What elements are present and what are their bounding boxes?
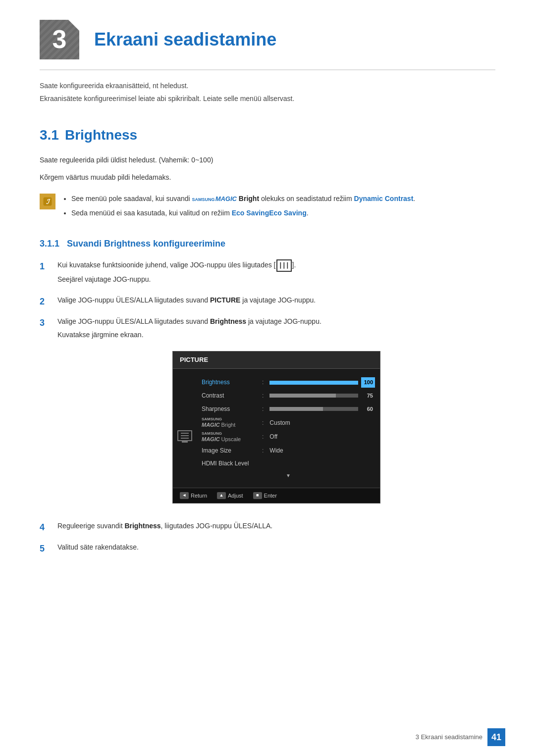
osd-bar-brightness: 100 (269, 377, 375, 388)
osd-row-sharpness: Sharpness : 60 (197, 403, 380, 416)
step-4-text: Reguleerige suvandit Brightness, liiguta… (57, 520, 495, 532)
subsection-311-title: 3.1.1 Suvandi Brightness konfigureerimin… (40, 237, 495, 251)
chapter-desc-2: Ekraanisätete konfigureerimisel leiate a… (40, 93, 495, 104)
osd-row-brightness: Brightness : 100 (197, 376, 380, 389)
note2-eco-saving: Eco Saving (232, 209, 269, 217)
osd-label-contrast: Contrast (202, 391, 256, 401)
note-bullets: See menüü pole saadaval, kui suvandi SAM… (62, 193, 415, 221)
note-icon: ℐ (40, 194, 55, 209)
footer-chapter-ref: 3 Ekraani seadistamine (416, 732, 482, 743)
step-4: 4 Reguleerige suvandit Brightness, liigu… (40, 520, 495, 535)
note-bullet-1: See menüü pole saadaval, kui suvandi SAM… (71, 193, 415, 205)
osd-footer-adjust-label: Adjust (228, 491, 243, 501)
section-31-body1: Saate reguleerida pildi üldist heledust.… (40, 154, 495, 166)
step-2-text: Valige JOG-nuppu ÜLES/ALLA liigutades su… (57, 295, 495, 306)
step-5-text: Valitud säte rakendatakse. (57, 542, 495, 554)
step1-text2: ]. (292, 261, 296, 269)
step2-post: ja vajutage JOG-nuppu. (240, 296, 316, 304)
osd-body: Brightness : 100 (173, 369, 380, 487)
step-5-number: 5 (40, 542, 52, 556)
step-3: 3 Valige JOG-nuppu ÜLES/ALLA liigutades … (40, 316, 495, 514)
chapter-title-block: Ekraani seadistamine (94, 25, 276, 54)
step1-text1: Kui kuvatakse funktsioonide juhend, vali… (57, 261, 276, 269)
note2-start: Seda menüüd ei saa kasutada, kui valitud… (71, 209, 230, 217)
jog-icon: ┃┃┃ (276, 259, 292, 272)
osd-footer-enter-label: Enter (264, 491, 277, 501)
step3-pre: Valige JOG-nuppu ÜLES/ALLA liigutades su… (57, 317, 210, 325)
osd-row-hdmi: HDMI Black Level (197, 457, 380, 470)
step2-picture: PICTURE (210, 296, 240, 304)
step2-pre: Valige JOG-nuppu ÜLES/ALLA liigutades su… (57, 296, 210, 304)
osd-footer: ◄ Return ▲ Adjust ■ Enter (173, 488, 380, 504)
section-31-number: 3.1 (40, 124, 59, 147)
osd-footer-enter: ■ Enter (253, 491, 277, 501)
chapter-title: Ekraani seadistamine (94, 25, 276, 54)
step4-brightness: Brightness (124, 522, 160, 530)
osd-label-sharpness: Sharpness (202, 404, 256, 414)
note-box: ℐ See menüü pole saadaval, kui suvandi S… (40, 193, 495, 221)
step3-brightness: Brightness (210, 317, 246, 325)
step-5: 5 Valitud säte rakendatakse. (40, 542, 495, 556)
subsection-311-number: 3.1.1 (40, 239, 59, 249)
step3-sub: Kuvatakse järgmine ekraan. (57, 329, 495, 341)
osd-row-magic-upscale: SAMSUNG MAGIC Upscale : Off (197, 430, 380, 444)
step-1: 1 Kui kuvatakse funktsioonide juhend, va… (40, 259, 495, 287)
chapter-header: 3 Ekraani seadistamine (40, 20, 495, 70)
osd-value-sharpness: 60 (361, 404, 375, 414)
chapter-number-box: 3 (40, 20, 79, 59)
step-2: 2 Valige JOG-nuppu ÜLES/ALLA liigutades … (40, 295, 495, 309)
osd-menu: Brightness : 100 (197, 374, 380, 482)
osd-bar-sharpness: 60 (269, 404, 375, 414)
osd-footer-adjust: ▲ Adjust (217, 491, 243, 501)
step-3-text: Valige JOG-nuppu ÜLES/ALLA liigutades su… (57, 316, 495, 514)
osd-footer-return: ◄ Return (180, 491, 207, 501)
osd-label-magic-upscale: SAMSUNG MAGIC Upscale (202, 431, 256, 443)
osd-screenshot: PICTURE (172, 351, 380, 504)
step3-post: ja vajutage JOG-nuppu. (246, 317, 321, 325)
osd-monitor-icon (173, 374, 197, 482)
osd-row-image-size: Image Size : Wide (197, 444, 380, 457)
osd-title: PICTURE (173, 352, 380, 369)
osd-bar-contrast: 75 (269, 391, 375, 401)
osd-value-contrast: 75 (361, 391, 375, 401)
section-31-body2: Kõrgem väärtus muudab pildi heledamaks. (40, 172, 495, 184)
osd-label-hdmi: HDMI Black Level (202, 458, 256, 468)
chapter-number: 3 (53, 20, 67, 59)
step-1-number: 1 (40, 259, 52, 274)
step4-post: , liigutades JOG-nuppu ÜLES/ALLA. (161, 522, 273, 530)
adjust-icon: ▲ (217, 492, 226, 499)
osd-value-magic-upscale: Off (269, 432, 277, 442)
note1-text-start: See menüü pole saadaval, kui suvandi (71, 195, 190, 202)
step-1-text: Kui kuvatakse funktsioonide juhend, vali… (57, 259, 495, 287)
page-container: 3 Ekraani seadistamine Saate konfigureer… (0, 0, 535, 756)
chapter-desc-1: Saate konfigureerida ekraanisätteid, nt … (40, 80, 495, 91)
samsung-magic-brand: SAMSUNGMAGIC (192, 193, 237, 204)
osd-label-magic-bright: SAMSUNG MAGIC Bright (202, 417, 256, 428)
note1-mid: olekuks on seadistatud režiim (261, 195, 352, 202)
osd-value-brightness: 100 (361, 377, 375, 388)
osd-value-magic-bright: Custom (269, 418, 290, 428)
enter-icon: ■ (253, 492, 262, 499)
osd-label-brightness: Brightness (202, 377, 256, 387)
page-number: 41 (487, 728, 505, 746)
note2-end: . (307, 209, 309, 217)
osd-row-magic-bright: SAMSUNG MAGIC Bright : Custom (197, 415, 380, 430)
step-3-number: 3 (40, 316, 52, 330)
page-footer: 3 Ekraani seadistamine 41 (416, 728, 505, 746)
step1-text3: Seejärel vajutage JOG-nuppu. (57, 274, 495, 286)
chapter-description: Saate konfigureerida ekraanisätteid, nt … (40, 80, 495, 104)
osd-row-contrast: Contrast : 75 (197, 389, 380, 403)
return-icon: ◄ (180, 492, 189, 499)
step-2-number: 2 (40, 295, 52, 309)
note1-dynamic-contrast: Dynamic Contrast (354, 195, 414, 202)
osd-value-image-size: Wide (269, 446, 283, 455)
osd-scroll-indicator: ▼ (197, 470, 380, 481)
steps-list: 1 Kui kuvatakse funktsioonide juhend, va… (40, 259, 495, 556)
section-31-label: Brightness (65, 124, 137, 147)
osd-footer-return-label: Return (191, 491, 207, 501)
step5-text: Valitud säte rakendatakse. (57, 543, 139, 551)
osd-label-image-size: Image Size (202, 446, 256, 455)
step-4-number: 4 (40, 520, 52, 535)
subsection-311-label: Suvandi Brightness konfigureerimine (67, 239, 225, 249)
note-bullet-2: Seda menüüd ei saa kasutada, kui valitud… (71, 207, 415, 219)
